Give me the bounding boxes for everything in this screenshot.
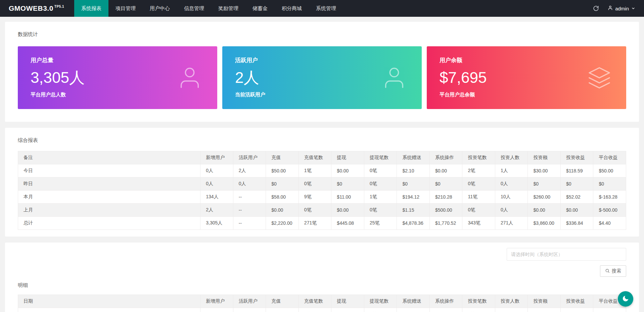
nav-item-2[interactable]: 用户中心	[143, 0, 177, 17]
stat-card-subtitle: 平台用户总人数	[31, 92, 204, 98]
nav-item-5[interactable]: 储蓄金	[245, 0, 275, 17]
nav-item-3[interactable]: 信息管理	[177, 0, 211, 17]
summary-section-title: 综合报表	[18, 137, 626, 144]
table-cell: 2人	[200, 204, 233, 217]
table-cell: 0笔	[364, 204, 397, 217]
table-cell: 0笔	[364, 164, 397, 177]
floating-theme-button[interactable]	[618, 291, 633, 307]
table-row: 2023-11-010人0人$0.000笔$0.000笔$0.00$0.000笔…	[18, 308, 626, 312]
stat-card-subtitle: 平台用户总余额	[440, 92, 613, 98]
table-cell: $0	[429, 177, 462, 191]
column-header: 投资笔数	[462, 295, 495, 308]
table-cell: $0	[266, 177, 299, 191]
summary-table: 备注新增用户活跃用户充值充值笔数提现提现笔数系统赠送系统操作投资笔数投资人数投资…	[18, 151, 626, 230]
column-header: 投资额	[528, 295, 561, 308]
table-cell: 0人	[495, 204, 528, 217]
table-row: 本月134人--$58.009笔$11.001笔$194.12$210.2811…	[18, 191, 626, 204]
stat-card-title: 活跃用户	[235, 56, 409, 64]
table-cell: 0笔	[462, 204, 495, 217]
table-cell: 0人	[495, 177, 528, 191]
moon-icon	[622, 295, 629, 303]
table-cell: 25笔	[364, 217, 397, 230]
search-button[interactable]: 搜索	[600, 265, 626, 277]
table-cell: $11.00	[331, 191, 364, 204]
column-header: 投资额	[528, 151, 561, 164]
detail-table: 日期新增用户活跃用户充值充值笔数提现提现笔数系统赠送系统操作投资笔数投资人数投资…	[18, 295, 626, 312]
table-cell: 1人	[495, 164, 528, 177]
table-cell: 343笔	[462, 217, 495, 230]
nav-item-1[interactable]: 项目管理	[108, 0, 143, 17]
table-cell: $-500.00	[593, 204, 626, 217]
table-row: 昨日0人0人$00笔$00笔$0$00笔0人$0$0$0	[18, 177, 626, 191]
table-cell: $0.00	[429, 308, 462, 312]
nav-item-0[interactable]: 系统报表	[74, 0, 108, 17]
nav-item-7[interactable]: 系统管理	[309, 0, 343, 17]
brand-logo[interactable]: GMOWEB3.0TP5.1	[0, 0, 74, 17]
nav-item-6[interactable]: 积分商城	[275, 0, 309, 17]
stats-section-title: 数据统计	[18, 31, 626, 38]
time-range-input[interactable]	[507, 248, 626, 261]
table-cell: $1.15	[397, 204, 430, 217]
stat-card-subtitle: 当前活跃用户	[235, 92, 409, 98]
user-menu[interactable]: admin	[608, 5, 635, 11]
summary-panel: 综合报表 备注新增用户活跃用户充值充值笔数提现提现笔数系统赠送系统操作投资笔数投…	[5, 128, 639, 237]
column-header: 活跃用户	[233, 295, 266, 308]
stat-card-title: 用户总量	[31, 56, 204, 64]
search-button-label: 搜索	[612, 268, 621, 274]
table-cell: $50.00	[593, 164, 626, 177]
table-cell: $1.46	[560, 308, 593, 312]
table-cell: $0.00	[266, 204, 299, 217]
table-cell: $2,220.00	[266, 217, 299, 230]
table-cell: 0笔	[364, 177, 397, 191]
table-cell: 0笔	[462, 308, 495, 312]
table-cell: 3,305人	[200, 217, 233, 230]
column-header: 投资人数	[495, 151, 528, 164]
table-cell: 1笔	[298, 164, 331, 177]
stat-card: 活跃用户2人当前活跃用户	[222, 46, 422, 109]
table-cell: 总计	[18, 217, 200, 230]
column-header: 充值	[266, 295, 299, 308]
stat-card: 用户余额$7,695平台用户总余额	[427, 46, 626, 109]
table-cell: 2笔	[462, 164, 495, 177]
table-cell: 0人	[200, 177, 233, 191]
table-cell: --	[233, 204, 266, 217]
table-cell: 0人	[233, 308, 266, 312]
table-cell: $118.59	[560, 164, 593, 177]
search-icon	[605, 268, 610, 274]
table-cell: 0人	[200, 308, 233, 312]
column-header: 投资收益	[560, 151, 593, 164]
table-cell: $336.84	[560, 217, 593, 230]
search-row	[18, 248, 626, 261]
table-cell: 今日	[18, 164, 200, 177]
table-cell: 2023-11-01	[18, 308, 200, 312]
table-cell: $0.00	[593, 308, 626, 312]
table-cell: $0	[593, 177, 626, 191]
table-row: 总计3,305人--$2,220.00271笔$445.0825笔$4,878.…	[18, 217, 626, 230]
refresh-icon[interactable]	[593, 5, 599, 11]
table-cell: 2人	[233, 164, 266, 177]
table-cell: 昨日	[18, 177, 200, 191]
column-header: 提现笔数	[364, 295, 397, 308]
top-navbar: GMOWEB3.0TP5.1 系统报表项目管理用户中心信息管理奖励管理储蓄金积分…	[0, 0, 644, 17]
column-header: 充值笔数	[298, 151, 331, 164]
table-cell: --	[233, 217, 266, 230]
table-cell: $0.00	[528, 204, 561, 217]
user-icon	[608, 5, 613, 11]
column-header: 新增用户	[200, 295, 233, 308]
user-icon	[177, 65, 202, 91]
table-cell: $0.00	[429, 164, 462, 177]
table-cell: $1,770.52	[429, 217, 462, 230]
table-cell: 9笔	[298, 191, 331, 204]
search-button-row: 搜索	[18, 265, 626, 277]
table-cell: 0笔	[298, 308, 331, 312]
nav-item-4[interactable]: 奖励管理	[211, 0, 245, 17]
table-cell: 0笔	[462, 177, 495, 191]
table-cell: 0笔	[298, 177, 331, 191]
table-cell: $0.00	[528, 308, 561, 312]
table-cell: $0	[560, 177, 593, 191]
table-cell: 0笔	[364, 308, 397, 312]
column-header: 系统赠送	[397, 151, 430, 164]
navbar-right: admin	[593, 0, 644, 17]
table-cell: 10人	[495, 191, 528, 204]
table-cell: $0.00	[266, 308, 299, 312]
